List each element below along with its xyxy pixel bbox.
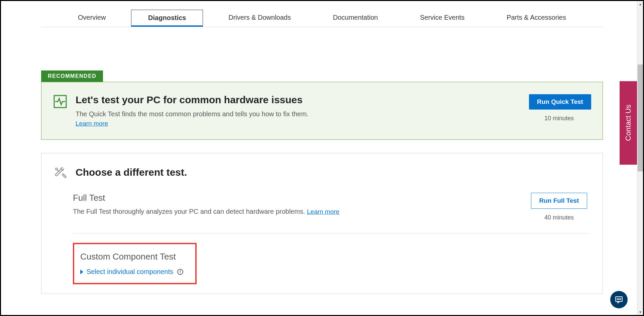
custom-component-test-highlight: Custom Component Test Select individual … <box>73 243 197 284</box>
full-test-learn-more-link[interactable]: Learn more <box>307 208 339 215</box>
recommended-badge: RECOMMENDED <box>41 70 103 82</box>
full-test-time: 40 minutes <box>529 214 589 221</box>
full-test-row: Full Test The Full Test thoroughly analy… <box>53 193 589 221</box>
tab-diagnostics[interactable]: Diagnostics <box>131 10 203 27</box>
tab-overview[interactable]: Overview <box>61 10 122 27</box>
select-individual-components-link[interactable]: Select individual components ! <box>80 268 183 276</box>
svg-point-6 <box>620 299 621 299</box>
scroll-down-arrow-icon[interactable]: ▼ <box>637 309 643 315</box>
vertical-scrollbar[interactable]: ▲ ▼ <box>637 1 643 315</box>
main-tabs: Overview Diagnostics Drivers & Downloads… <box>41 10 603 27</box>
triangle-right-icon <box>80 270 83 274</box>
contact-us-tab[interactable]: Contact Us <box>620 81 637 165</box>
chat-button[interactable] <box>610 291 628 308</box>
scrollbar-thumb[interactable] <box>638 64 643 171</box>
quick-test-description: The Quick Test finds the most common pro… <box>76 110 520 118</box>
quick-test-learn-more-link[interactable]: Learn more <box>76 120 108 127</box>
scroll-up-arrow-icon[interactable]: ▲ <box>637 1 643 7</box>
run-quick-test-button[interactable]: Run Quick Test <box>529 94 591 110</box>
tools-icon <box>53 166 67 179</box>
quick-test-title: Let's test your PC for common hardware i… <box>76 94 520 106</box>
select-components-label: Select individual components <box>87 268 173 276</box>
divider <box>73 233 589 233</box>
info-icon[interactable]: ! <box>177 269 183 275</box>
tab-service-events[interactable]: Service Events <box>403 10 481 27</box>
custom-test-title: Custom Component Test <box>80 252 183 262</box>
tab-drivers[interactable]: Drivers & Downloads <box>212 10 308 27</box>
quick-test-card: Let's test your PC for common hardware i… <box>41 82 603 140</box>
svg-point-5 <box>619 299 619 299</box>
other-tests-heading: Choose a different test. <box>76 167 187 178</box>
full-test-title: Full Test <box>73 193 524 203</box>
other-tests-card: Choose a different test. Full Test The F… <box>41 153 603 294</box>
tab-documentation[interactable]: Documentation <box>316 10 395 27</box>
full-test-description: The Full Test thoroughly analyzes your P… <box>73 208 524 215</box>
svg-point-4 <box>617 299 618 299</box>
run-full-test-button[interactable]: Run Full Test <box>531 193 587 209</box>
heartbeat-icon <box>53 95 67 108</box>
quick-test-time: 10 minutes <box>529 115 589 122</box>
tab-parts-accessories[interactable]: Parts & Accessories <box>490 10 583 27</box>
